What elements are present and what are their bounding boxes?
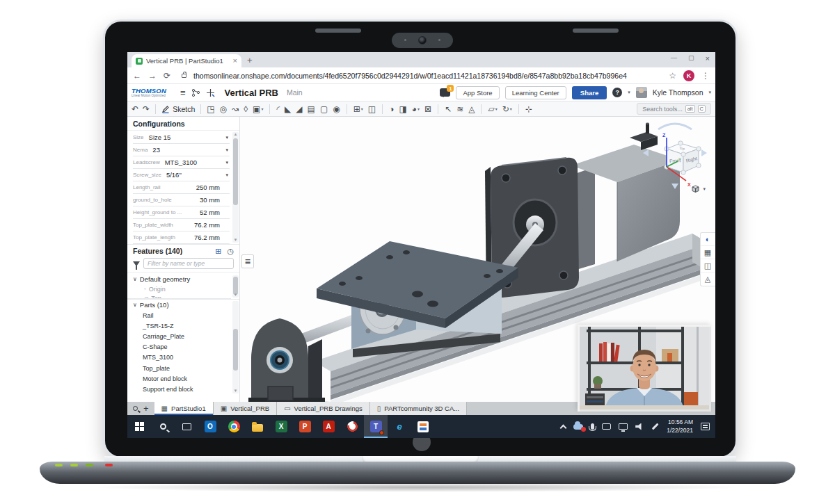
outlook-icon[interactable]: O [198,415,222,438]
taskbar-clock[interactable]: 10:56 AM 1/22/2021 [667,418,693,434]
insert-tab-button[interactable]: + [143,404,149,413]
undo-icon[interactable]: ↶ [132,105,138,113]
parts-scrollbar[interactable]: ▼ [232,301,239,393]
excel-icon[interactable]: X [269,415,293,438]
powerpoint-icon[interactable]: P [293,415,317,438]
window-close-icon[interactable]: × [706,54,710,63]
config-row-top-plate-width[interactable]: Top_plate_width76.2 mm [133,219,230,231]
linear-pattern-icon[interactable]: ⊞▾ [353,105,363,113]
redo-icon[interactable]: ↷ [143,105,150,113]
tree-scrollbar[interactable]: ▼ [232,275,239,298]
versions-icon[interactable] [191,88,200,97]
part-item--tsr-15-z[interactable]: _TSR-15-Z [127,320,231,331]
split-icon[interactable]: ◨ [399,105,406,113]
plane-icon[interactable]: ▱▾ [488,105,497,113]
hidden-icons-chevron[interactable] [561,423,566,430]
browser-tab[interactable]: Vertical PRB | PartStudio1 × [132,54,241,67]
config-value[interactable]: MTS_3100 [165,158,197,166]
workspace-label[interactable]: Main [287,88,303,97]
microphone-icon[interactable] [591,423,594,430]
boolean-icon[interactable]: ◑ [389,105,394,113]
window-maximize-icon[interactable]: ▢ [688,54,694,63]
search-button[interactable] [151,415,175,438]
learning-center-button[interactable]: Learning Center [505,86,566,99]
doc-tab-partstudio1[interactable]: ▦PartStudio1 [154,402,214,415]
config-value[interactable]: 52 mm [200,209,220,216]
part-item-c-shape[interactable]: C-Shape [127,342,231,352]
fillet-icon[interactable]: ◜ [276,105,280,113]
exploded-view-icon[interactable]: ◬ [701,273,715,286]
config-row-screw-size[interactable]: Screw_size5/16"▾ [133,169,230,181]
named-views-icon[interactable]: ▦ [701,246,715,259]
doc-tab-vertical-prb[interactable]: ▣Vertical_PRB [214,402,277,415]
touchpad-icon[interactable] [602,423,611,430]
parts-scroll-down-icon[interactable]: ▼ [232,389,239,393]
boss-icon[interactable]: ◬ [468,105,475,113]
part-item-carriage-plate[interactable]: Carriage_Plate [127,331,231,341]
doc-tab-vertical-prb-drawings[interactable]: ▭Vertical_PRB Drawings [277,402,370,415]
sketch-button[interactable]: Sketch [161,105,195,113]
part-item-motor-end-block[interactable]: Motor end block [127,373,231,384]
config-row-top-plate-length[interactable]: Top_plate_length76.2 mm [133,231,230,244]
config-value[interactable]: 250 mm [196,184,220,191]
filter-icon[interactable] [133,261,140,266]
tree-section-default-geometry[interactable]: ∨ Default geometry [127,274,231,284]
modify-fillet-icon[interactable]: ◕▾ [412,105,420,113]
part-item-support-end-block[interactable]: Support end block [127,384,231,394]
bookmark-star-icon[interactable]: ☆ [669,72,676,80]
config-row-length-rail[interactable]: Length_rail250 mm [133,181,230,194]
hole-icon[interactable]: ◉ [333,105,340,113]
new-tab-button[interactable]: + [247,55,253,65]
config-dropdown-caret-icon[interactable]: ▾ [225,160,228,165]
help-icon[interactable]: ? [612,88,622,97]
app-tile-icon[interactable] [411,415,435,438]
tree-child-top[interactable]: ▱Top [127,293,231,299]
teams-icon[interactable]: T [364,415,388,438]
config-value[interactable]: 5/16" [166,171,182,179]
doc-tab-partcommunity-3d-ca-[interactable]: ▯PARTcommunity 3D CA... [370,402,467,415]
config-dropdown-caret-icon[interactable]: ▾ [225,147,228,153]
file-explorer-icon[interactable] [246,415,269,438]
section-view-icon[interactable]: ◫ [701,259,715,273]
tree-child-origin[interactable]: ◦Origin [127,284,231,293]
config-row-height-ground-to-[interactable]: Height_ground to ...52 mm [133,206,230,219]
config-value[interactable]: 30 mm [200,196,220,204]
onedrive-icon[interactable] [573,424,583,430]
config-value[interactable]: 23 [152,146,160,154]
acrobat-icon[interactable]: A [317,415,340,438]
part-item-mts-3100[interactable]: MTS_3100 [127,352,231,363]
move-face-icon[interactable]: ↖ [445,105,452,113]
config-dropdown-caret-icon[interactable]: ▾ [225,172,228,178]
history-icon[interactable]: ◷ [227,247,234,255]
search-features-icon[interactable] [133,406,138,411]
app-store-button[interactable]: App Store [456,86,499,99]
appearance-panel-icon[interactable]: ◐ [701,233,715,246]
config-row-size[interactable]: SizeSize 15▾ [133,131,230,144]
part-item-top-plate[interactable]: Top_plate [127,363,231,373]
extrude-icon[interactable]: ◳ [207,105,214,113]
mirror-icon[interactable]: ◫ [368,105,376,113]
comments-icon[interactable]: 1 [440,88,450,97]
chamfer-icon[interactable]: ◣ [285,105,291,113]
configurations-scrollbar[interactable]: ▲ ▼ [232,132,239,243]
feature-list-flyout-button[interactable]: ≣ [241,254,254,268]
view-cube-top-label[interactable]: Top [679,146,685,151]
scroll-down-icon[interactable]: ▼ [232,238,239,243]
start-button[interactable] [127,415,151,438]
config-value[interactable]: Size 15 [149,133,171,141]
config-value[interactable]: 76.2 mm [194,221,220,229]
search-tools-input[interactable]: Search tools... alt C [637,103,711,115]
reload-icon[interactable]: ⟳ [164,72,170,80]
back-icon[interactable]: ← [133,72,141,80]
config-value[interactable]: 76.2 mm [194,234,220,241]
shell-icon[interactable]: ▢ [320,105,328,113]
window-minimize-icon[interactable]: — [671,54,677,63]
offset-surface-icon[interactable]: ≋ [456,105,463,113]
new-folder-icon[interactable]: ⊞ [215,247,221,255]
share-button[interactable]: Share [572,86,607,99]
revolve-icon[interactable]: ◎ [220,105,227,113]
chrome-icon[interactable] [222,415,246,438]
isolate-icon[interactable]: ⊹ [525,105,532,113]
helix-icon[interactable]: ↻▾ [502,105,512,113]
browser-profile-avatar[interactable]: K [683,70,694,81]
